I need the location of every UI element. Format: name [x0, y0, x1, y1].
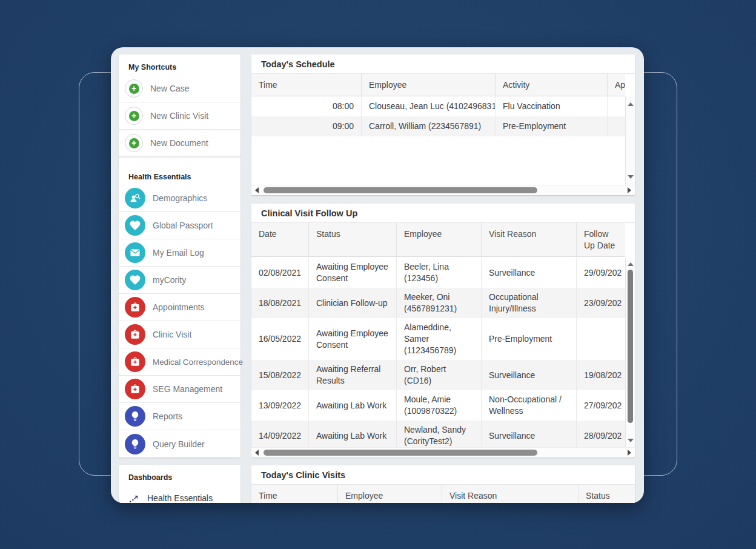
- followup-row[interactable]: 18/08/2021 Clinician Follow-up Meeker, O…: [251, 288, 625, 318]
- plus-circle-icon: +: [125, 134, 143, 152]
- todays-schedule-panel: Today's Schedule Time Employee Activity …: [251, 55, 635, 195]
- sidebar-item-health-essentials-dashboard[interactable]: Health Essentials: [119, 485, 240, 503]
- sidebar-item-query-builder[interactable]: Query Builder: [119, 430, 240, 458]
- sidebar-item-demographics[interactable]: Demographics: [119, 185, 240, 212]
- sidebar: My Shortcuts + New Case + New Clinic Vis…: [119, 47, 240, 503]
- todays-clinic-visits-grid: Time Employee Visit Reason Status: [251, 485, 635, 503]
- cell-follow-up-date: 27/09/202: [577, 390, 625, 421]
- sidebar-item-new-document[interactable]: + New Document: [119, 130, 240, 157]
- followup-row[interactable]: 02/08/2021 Awaiting Employee Consent Bee…: [251, 258, 625, 288]
- followup-row[interactable]: 13/09/2022 Awaiting Lab Work Moule, Amie…: [251, 390, 625, 421]
- scroll-left-arrow[interactable]: [255, 187, 259, 193]
- schedule-row[interactable]: 09:00 Carroll, William (2234567891) Pre-…: [251, 116, 625, 136]
- sidebar-item-new-clinic-visit[interactable]: + New Clinic Visit: [119, 102, 240, 130]
- shortcuts-card: My Shortcuts + New Case + New Clinic Vis…: [119, 55, 240, 165]
- sidebar-item-label: SEG Management: [153, 384, 222, 394]
- sidebar-item-my-email-log[interactable]: My Email Log: [119, 239, 240, 267]
- scroll-right-arrow[interactable]: [628, 187, 631, 193]
- column-header-date[interactable]: Date: [251, 223, 309, 256]
- cell-visit-reason: Surveillance: [482, 360, 577, 390]
- sidebar-item-label: Medical Correspondence: [153, 358, 243, 367]
- sidebar-item-label: Reports: [153, 411, 182, 421]
- column-header-time[interactable]: Time: [251, 74, 362, 96]
- sidebar-item-label: Query Builder: [153, 439, 205, 449]
- column-header-time[interactable]: Time: [251, 485, 338, 503]
- todays-clinic-visits-panel: Today's Clinic Visits Time Employee Visi…: [251, 465, 635, 503]
- cell-employee: Clouseau, Jean Luc (4102496831): [362, 96, 496, 116]
- column-header-employee[interactable]: Employee: [362, 74, 496, 96]
- followup-row[interactable]: 15/08/2022 Awaiting Referral Results Orr…: [251, 360, 625, 390]
- cell-activity: Pre-Employment: [496, 116, 608, 136]
- scroll-up-arrow[interactable]: [628, 262, 634, 266]
- sidebar-item-clinic-visit[interactable]: Clinic Visit: [119, 321, 240, 348]
- main-content: Today's Schedule Time Employee Activity …: [251, 47, 635, 503]
- sidebar-item-label: Global Passport: [153, 221, 213, 230]
- sidebar-item-mycority[interactable]: myCority: [119, 267, 240, 294]
- cell-follow-up-date: [577, 318, 625, 360]
- app-window: My Shortcuts + New Case + New Clinic Vis…: [111, 47, 644, 503]
- cell-employee: Alameddine, Samer (1123456789): [397, 318, 482, 360]
- column-header-follow-up-date[interactable]: Follow Up Date: [577, 223, 625, 256]
- trend-chart-icon: [128, 493, 139, 504]
- sidebar-item-label: New Case: [150, 84, 190, 93]
- panel-title: Today's Clinic Visits: [251, 465, 635, 485]
- health-essentials-heading: Health Essentials: [119, 164, 240, 185]
- sidebar-item-global-passport[interactable]: Global Passport: [119, 212, 240, 239]
- sidebar-item-medical-correspondence[interactable]: Medical Correspondence: [119, 348, 240, 376]
- sidebar-item-appointments[interactable]: Appointments: [119, 294, 240, 321]
- cell-appointment: [608, 116, 625, 136]
- scroll-up-arrow[interactable]: [628, 102, 634, 106]
- sidebar-item-label: New Clinic Visit: [150, 111, 208, 121]
- vertical-scrollbar[interactable]: [625, 258, 635, 447]
- cell-employee: Carroll, William (2234567891): [362, 116, 496, 136]
- followup-row[interactable]: 16/05/2022 Awaiting Employee Consent Ala…: [251, 318, 625, 360]
- medical-bag-icon: [125, 324, 145, 345]
- heart-icon: [125, 270, 145, 290]
- column-header-status[interactable]: Status: [579, 485, 635, 503]
- heart-icon: [125, 215, 145, 236]
- scroll-left-arrow[interactable]: [255, 450, 259, 456]
- panel-title: Clinical Visit Follow Up: [251, 204, 635, 223]
- horizontal-scroll-thumb[interactable]: [264, 187, 537, 193]
- plus-circle-icon: +: [125, 107, 143, 125]
- scroll-down-arrow[interactable]: [628, 439, 634, 442]
- scroll-right-arrow[interactable]: [628, 450, 631, 456]
- cell-follow-up-date: 29/09/202: [577, 258, 625, 288]
- column-header-activity[interactable]: Activity: [496, 74, 608, 96]
- cell-follow-up-date: 19/08/202: [577, 360, 625, 390]
- cell-employee: Beeler, Lina (123456): [397, 258, 482, 288]
- cell-visit-reason: Non-Occupational / Wellness: [482, 390, 577, 421]
- column-header-visit-reason[interactable]: Visit Reason: [442, 485, 579, 503]
- dashboards-heading: Dashboards: [119, 465, 240, 485]
- cell-employee: Orr, Robert (CD16): [397, 360, 482, 390]
- sidebar-item-new-case[interactable]: + New Case: [119, 75, 240, 102]
- column-header-visit-reason[interactable]: Visit Reason: [482, 223, 577, 256]
- horizontal-scrollbar[interactable]: [251, 185, 635, 195]
- scroll-down-arrow[interactable]: [628, 175, 634, 179]
- sidebar-item-label: myCority: [153, 275, 186, 285]
- dashboards-card: Dashboards Health Essentials: [119, 465, 240, 503]
- horizontal-scroll-thumb[interactable]: [264, 450, 537, 456]
- clinical-visit-follow-up-panel: Clinical Visit Follow Up Date Status Emp…: [251, 204, 635, 458]
- person-search-icon: [125, 188, 145, 208]
- sidebar-item-reports[interactable]: Reports: [119, 403, 240, 430]
- medical-bag-icon: [125, 297, 145, 318]
- vertical-scroll-thumb[interactable]: [628, 270, 633, 423]
- cell-visit-reason: Surveillance: [482, 258, 577, 288]
- sidebar-item-label: Appointments: [153, 302, 205, 312]
- cell-visit-reason: Occupational Injury/Illness: [482, 288, 577, 318]
- sidebar-item-seg-management[interactable]: SEG Management: [119, 376, 240, 403]
- followup-row[interactable]: 14/09/2022 Awaiting Lab Work Newland, Sa…: [251, 421, 625, 451]
- column-header-employee[interactable]: Employee: [397, 223, 482, 256]
- horizontal-scrollbar[interactable]: [251, 447, 635, 458]
- cell-date: 15/08/2022: [251, 360, 309, 390]
- plus-circle-icon: +: [125, 79, 143, 98]
- cell-status: Awaiting Employee Consent: [309, 318, 397, 360]
- schedule-row[interactable]: 08:00 Clouseau, Jean Luc (4102496831) Fl…: [251, 96, 625, 116]
- cell-employee: Newland, Sandy (CorityTest2): [397, 421, 482, 451]
- column-header-employee[interactable]: Employee: [338, 485, 442, 503]
- vertical-scrollbar[interactable]: [625, 96, 635, 185]
- column-header-appointment-truncated[interactable]: Ap: [608, 74, 625, 96]
- cell-time: 08:00: [251, 96, 362, 116]
- column-header-status[interactable]: Status: [309, 223, 397, 256]
